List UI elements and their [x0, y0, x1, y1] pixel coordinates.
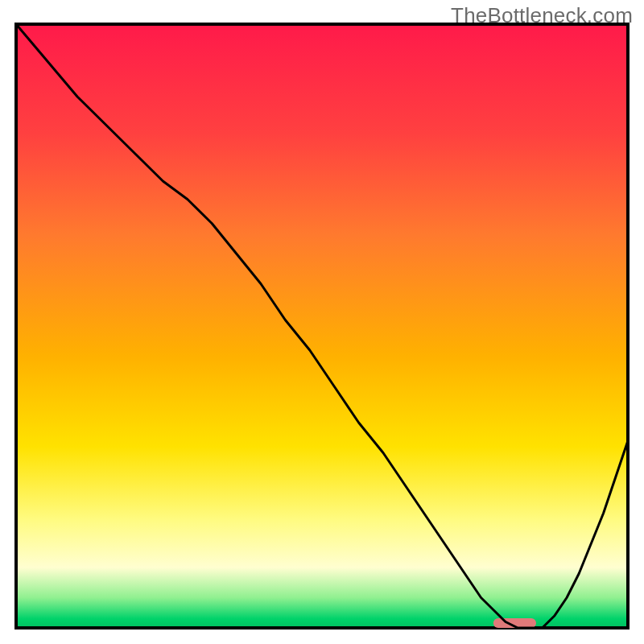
watermark-text: TheBottleneck.com	[451, 3, 633, 28]
chart-stage: TheBottleneck.com	[0, 0, 644, 644]
bottleneck-chart	[0, 0, 644, 644]
plot-background	[16, 24, 628, 628]
